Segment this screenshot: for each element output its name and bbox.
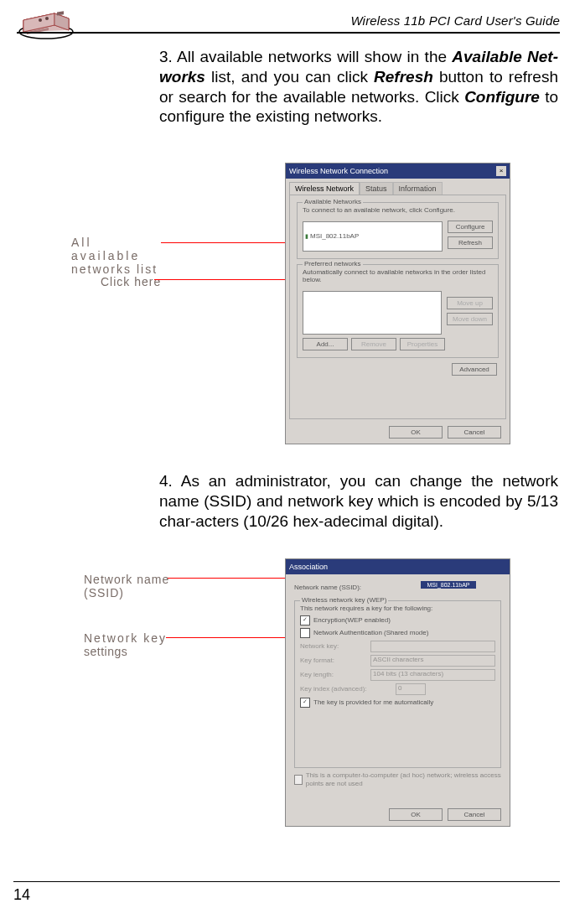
label: Network name (SSID): [294, 584, 386, 591]
network-item[interactable]: MSI_802.11bAP [310, 232, 359, 240]
ok-button[interactable]: OK [389, 426, 443, 439]
window-title: Wireless Network Connection [289, 167, 388, 175]
group-label: Available Networks [303, 198, 363, 205]
refresh-button[interactable]: Refresh [448, 236, 493, 249]
add-button[interactable]: Add... [303, 338, 348, 350]
header-rule [17, 32, 560, 34]
ok-button[interactable]: OK [389, 808, 443, 821]
txt-bold: Refresh [374, 68, 433, 86]
key-index-input[interactable]: 0 [396, 683, 426, 695]
callout-network-key: Network keysettings [84, 631, 176, 658]
txt-bold: Configure [464, 88, 540, 106]
group-wep: Wireless network key (WEP) This network … [294, 600, 501, 768]
page-number: 14 [13, 886, 30, 904]
txt: 3. All available networks will show in t… [159, 48, 452, 65]
step-4-text: 4. As an administrator, you can change t… [159, 471, 558, 531]
callout-network-name: Network name(SSID) [84, 573, 176, 600]
tab-wireless-network[interactable]: Wireless Network [289, 182, 360, 195]
group-desc: Automatically connect to available netwo… [303, 268, 493, 284]
tab-information[interactable]: Information [393, 182, 443, 195]
header-title: Wireless 11b PCI Card User's Guide [350, 13, 560, 28]
window-titlebar: Wireless Network Connection × [286, 164, 510, 179]
check-auth[interactable]: Network Authentication (Shared mode) [300, 628, 495, 638]
group-desc: To connect to an available network, clic… [303, 206, 493, 215]
advanced-button[interactable]: Advanced [452, 363, 497, 376]
moveup-button[interactable]: Move up [447, 297, 493, 309]
txt: list, and you can click [205, 68, 374, 86]
window-titlebar: Association [286, 559, 510, 574]
group-available-networks: Available Networks To connect to an avai… [297, 202, 499, 259]
leader-line [161, 242, 299, 243]
key-length-select[interactable]: 104 bits (13 characters) [370, 669, 495, 681]
cancel-button[interactable]: Cancel [448, 808, 501, 821]
svg-rect-3 [57, 11, 64, 15]
label: Key format: [300, 657, 367, 664]
step-3-text: 3. All available networks will show in t… [159, 47, 558, 127]
screenshot-wireless-connection: Wireless Network Connection × Wireless N… [285, 163, 510, 444]
check-adhoc[interactable]: This is a computer-to-computer (ad hoc) … [286, 771, 510, 787]
movedown-button[interactable]: Move down [447, 313, 493, 325]
cancel-button[interactable]: Cancel [448, 426, 501, 439]
leader-line [166, 637, 295, 638]
check-encryption[interactable]: ✓Encryption(WEP enabled) [300, 615, 495, 626]
tab-row: Wireless Network Status Information [289, 182, 506, 195]
available-networks-list[interactable]: ▮ MSI_802.11bAP [303, 221, 443, 252]
network-key-input[interactable] [370, 641, 495, 652]
label: Key index (advanced): [300, 685, 392, 693]
group-preferred-networks: Preferred networks Automatically connect… [297, 264, 499, 358]
ssid-value[interactable]: MSI_802.11bAP [421, 581, 476, 589]
label: Key length: [300, 671, 367, 678]
group-label: Wireless network key (WEP) [300, 596, 388, 604]
footer-rule [13, 881, 560, 883]
label: Network key: [300, 642, 367, 650]
close-icon[interactable]: × [496, 166, 506, 176]
callout-available-networks: All availablenetworks list [71, 236, 163, 276]
check-key-auto[interactable]: ✓The key is provided for me automaticall… [300, 698, 495, 708]
configure-button[interactable]: Configure [448, 221, 493, 233]
antenna-icon: ▮ [305, 233, 308, 240]
remove-button[interactable]: Remove [351, 338, 396, 350]
svg-point-2 [45, 17, 49, 20]
window-title: Association [289, 563, 328, 571]
key-format-select[interactable]: ASCII characters [370, 655, 495, 667]
tab-status[interactable]: Status [360, 182, 393, 195]
properties-button[interactable]: Properties [400, 338, 445, 350]
group-label: Preferred networks [303, 260, 363, 267]
callout-click-here: Click here [101, 275, 161, 288]
svg-point-1 [39, 18, 42, 22]
pci-card-icon [17, 7, 75, 40]
preferred-networks-list[interactable] [303, 291, 442, 335]
screenshot-association: Association Network name (SSID): MSI_802… [285, 558, 510, 827]
group-desc: This network requires a key for the foll… [300, 605, 495, 613]
